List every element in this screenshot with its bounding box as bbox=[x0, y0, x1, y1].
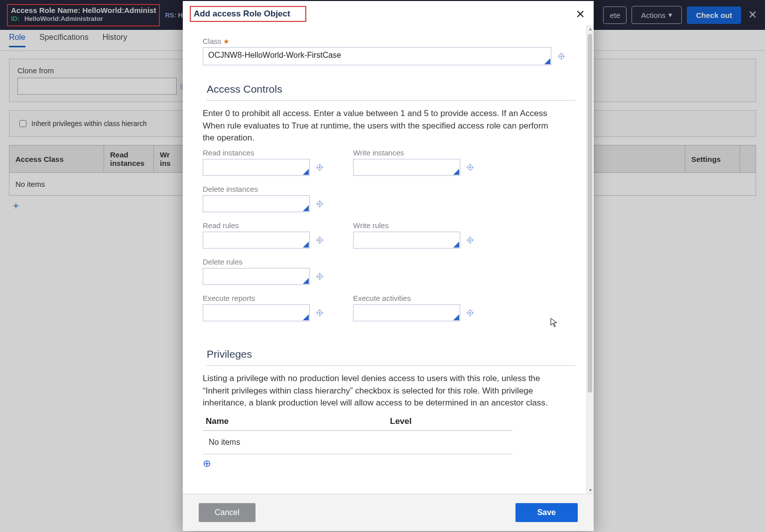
privileges-heading: Privileges bbox=[207, 348, 575, 366]
crosshair-icon[interactable] bbox=[315, 271, 325, 281]
write-instances-input[interactable] bbox=[353, 159, 460, 176]
scrollbar[interactable]: ▴ ▾ bbox=[586, 25, 594, 494]
read-instances-input[interactable] bbox=[203, 159, 310, 176]
delete-rules-input[interactable] bbox=[203, 268, 310, 285]
modal-body: ▴ ▾ Class★ OCJNW8-HelloWorld-Work-FirstC… bbox=[183, 25, 594, 494]
write-rules-input[interactable] bbox=[353, 232, 460, 249]
privileges-help: Listing a privilege with no production l… bbox=[203, 373, 551, 409]
read-rules-input[interactable] bbox=[203, 232, 310, 249]
execute-activities-input[interactable] bbox=[353, 304, 460, 321]
execute-reports-input[interactable] bbox=[203, 304, 310, 321]
scroll-thumb[interactable] bbox=[588, 34, 592, 393]
priv-col-level: Level bbox=[387, 412, 512, 431]
delete-instances-input[interactable] bbox=[203, 195, 310, 212]
access-controls-fields: Read instances Write instances Delete in… bbox=[203, 148, 574, 330]
read-instances-label: Read instances bbox=[203, 148, 332, 157]
svg-point-15 bbox=[319, 312, 320, 313]
class-label: Class★ bbox=[203, 37, 574, 45]
crosshair-icon[interactable] bbox=[315, 199, 325, 209]
priv-col-name: Name bbox=[203, 412, 387, 431]
execute-reports-label: Execute reports bbox=[203, 294, 332, 302]
privileges-table: Name Level No items bbox=[203, 412, 512, 454]
access-controls-help: Enter 0 to prohibit all access. Enter a … bbox=[203, 108, 551, 144]
svg-point-3 bbox=[319, 167, 320, 168]
crosshair-icon[interactable] bbox=[315, 162, 325, 172]
scroll-up-icon[interactable]: ▴ bbox=[587, 25, 594, 32]
access-controls-heading: Access Controls bbox=[207, 83, 575, 101]
modal-title: Add access Role Object bbox=[190, 6, 306, 22]
svg-point-1 bbox=[561, 56, 562, 57]
svg-point-11 bbox=[470, 240, 471, 241]
cancel-button[interactable]: Cancel bbox=[199, 503, 255, 522]
priv-no-items: No items bbox=[203, 430, 512, 454]
svg-point-9 bbox=[319, 240, 320, 241]
crosshair-icon[interactable] bbox=[315, 235, 325, 245]
add-access-role-object-modal: Add access Role Object × ▴ ▾ Class★ OCJN… bbox=[183, 1, 594, 531]
svg-point-13 bbox=[319, 276, 320, 277]
crosshair-icon[interactable] bbox=[465, 162, 475, 172]
crosshair-icon[interactable] bbox=[556, 51, 566, 61]
scroll-down-icon[interactable]: ▾ bbox=[587, 486, 594, 494]
required-icon: ★ bbox=[223, 37, 230, 45]
svg-point-7 bbox=[319, 203, 320, 204]
modal-footer: Cancel Save bbox=[183, 494, 594, 531]
write-rules-label: Write rules bbox=[353, 221, 483, 230]
delete-rules-label: Delete rules bbox=[203, 258, 482, 266]
svg-point-17 bbox=[470, 312, 471, 313]
save-button[interactable]: Save bbox=[515, 503, 578, 522]
modal-header: Add access Role Object × bbox=[183, 1, 594, 25]
crosshair-icon[interactable] bbox=[315, 308, 325, 318]
table-row: No items bbox=[203, 430, 512, 454]
svg-point-5 bbox=[470, 167, 471, 168]
write-instances-label: Write instances bbox=[353, 148, 483, 157]
class-input[interactable]: OCJNW8-HelloWorld-Work-FirstCase bbox=[203, 47, 551, 65]
crosshair-icon[interactable] bbox=[465, 308, 475, 318]
close-icon[interactable]: × bbox=[576, 6, 585, 21]
read-rules-label: Read rules bbox=[203, 221, 332, 230]
execute-activities-label: Execute activities bbox=[353, 294, 483, 302]
delete-instances-label: Delete instances bbox=[203, 185, 482, 193]
add-privilege-icon[interactable]: ⊕ bbox=[203, 457, 574, 469]
crosshair-icon[interactable] bbox=[465, 235, 475, 245]
